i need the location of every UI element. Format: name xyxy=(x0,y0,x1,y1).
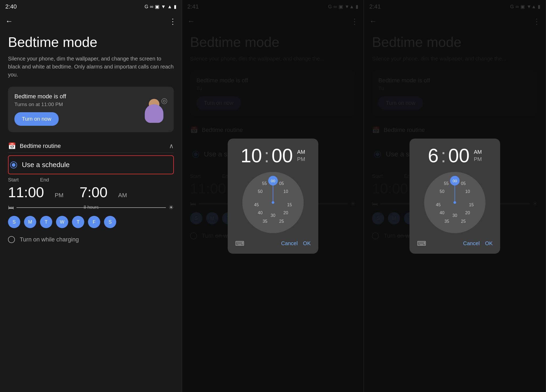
ampm-am-3[interactable]: AM xyxy=(474,149,482,155)
svg-text:55: 55 xyxy=(444,181,449,186)
svg-text:50: 50 xyxy=(440,189,444,194)
menu-button-1[interactable]: ⋮ xyxy=(169,17,176,26)
clock-actions-3: ⌨ Cancel OK xyxy=(417,239,493,248)
google-icon: G xyxy=(144,4,148,10)
ok-button-3[interactable]: OK xyxy=(485,240,493,246)
status-time-1: 2:40 xyxy=(5,3,17,10)
clock-buttons-3: Cancel OK xyxy=(463,240,493,246)
clock-ampm-3: AM PM xyxy=(474,149,482,162)
avatar-figure: ◎ xyxy=(141,96,167,123)
svg-text:45: 45 xyxy=(254,203,259,207)
ampm-pm-3[interactable]: PM xyxy=(474,156,482,162)
day-F[interactable]: F xyxy=(88,216,100,228)
clock-picker-2: 10 : 00 AM PM 00 xyxy=(228,139,318,254)
svg-text:55: 55 xyxy=(262,181,267,186)
cancel-button-3[interactable]: Cancel xyxy=(463,240,480,246)
clock-hour-3: 6 xyxy=(428,146,439,165)
chevron-icon[interactable]: ∧ xyxy=(169,142,174,150)
turn-on-button[interactable]: Turn on now xyxy=(14,112,59,126)
hours-label: 8 hours xyxy=(83,205,99,210)
section-header-left: 📅 Bedtime routine xyxy=(8,142,61,150)
svg-text:05: 05 xyxy=(461,181,466,186)
svg-text:00: 00 xyxy=(453,179,457,183)
bed-icon: 🛏 xyxy=(8,204,14,211)
back-button-1[interactable]: ← xyxy=(5,17,13,26)
schedule-radio[interactable] xyxy=(10,161,17,168)
clock-time-display-2: 10 : 00 AM PM xyxy=(235,146,311,165)
clock-overlay-3[interactable]: 6 : 00 AM PM 00 30 45 15 xyxy=(364,0,546,392)
clock-face-svg-3[interactable]: 00 30 45 15 50 10 55 05 40 20 35 25 xyxy=(423,171,487,235)
day-T1[interactable]: T xyxy=(40,216,52,228)
signal-icon: ∞ xyxy=(150,4,153,10)
clock-face-wrapper-2: 00 30 45 15 50 10 55 05 40 20 35 25 xyxy=(235,171,311,235)
svg-text:40: 40 xyxy=(258,211,263,215)
section-header-1[interactable]: 📅 Bedtime routine ∧ xyxy=(8,138,174,153)
clock-minutes-3: 00 xyxy=(448,146,469,165)
svg-text:00: 00 xyxy=(271,179,275,183)
wifi-icon: ▼ xyxy=(161,4,166,10)
status-card-text: Bedtime mode is off Turns on at 11:00 PM… xyxy=(14,93,138,126)
clock-overlay-2[interactable]: 10 : 00 AM PM 00 xyxy=(182,0,364,392)
svg-text:30: 30 xyxy=(271,213,275,218)
ok-button-2[interactable]: OK xyxy=(303,240,311,246)
clock-face-svg-2[interactable]: 00 30 45 15 50 10 55 05 40 20 35 25 xyxy=(241,171,305,235)
charging-label: Turn on while charging xyxy=(20,236,79,243)
schedule-label: Use a schedule xyxy=(22,161,70,169)
section-label: Bedtime routine xyxy=(20,143,61,149)
svg-text:15: 15 xyxy=(287,203,292,207)
clock-time-display-3: 6 : 00 AM PM xyxy=(417,146,493,165)
cellular-icon: ▲ xyxy=(167,4,172,10)
start-ampm[interactable]: PM xyxy=(55,192,63,199)
svg-text:25: 25 xyxy=(279,219,284,224)
day-W[interactable]: W xyxy=(56,216,68,228)
day-M[interactable]: M xyxy=(24,216,36,228)
hours-track[interactable]: 8 hours xyxy=(17,207,166,208)
end-time[interactable]: 7:00 xyxy=(79,184,107,200)
clock-colon-2: : xyxy=(264,146,269,165)
page-title-1: Bedtime mode xyxy=(8,35,174,50)
status-card-1: Bedtime mode is off Turns on at 11:00 PM… xyxy=(8,87,174,132)
calendar-icon: 📅 xyxy=(8,142,16,150)
svg-point-2 xyxy=(272,201,274,204)
times-row: 11:00 PM 7:00 AM xyxy=(8,184,174,200)
day-T2[interactable]: T xyxy=(72,216,84,228)
cancel-button-2[interactable]: Cancel xyxy=(281,240,298,246)
svg-text:50: 50 xyxy=(258,189,263,194)
start-label: Start xyxy=(8,177,19,183)
status-icons-1: G ∞ ▣ ▼ ▲ ▮ xyxy=(144,4,176,10)
sim-icon: ▣ xyxy=(155,4,159,10)
clock-picker-3: 6 : 00 AM PM 00 30 45 15 xyxy=(410,139,500,254)
svg-text:25: 25 xyxy=(461,219,466,224)
svg-text:10: 10 xyxy=(283,189,288,194)
day-S2[interactable]: S xyxy=(104,216,116,228)
keyboard-icon-2[interactable]: ⌨ xyxy=(235,240,244,247)
svg-point-18 xyxy=(453,201,456,204)
clock-hour-2: 10 xyxy=(240,146,262,165)
ampm-am-2[interactable]: AM xyxy=(297,149,305,155)
schedule-row[interactable]: Use a schedule xyxy=(8,155,174,174)
status-bar-1: 2:40 G ∞ ▣ ▼ ▲ ▮ xyxy=(0,0,182,13)
ampm-pm-2[interactable]: PM xyxy=(297,156,305,162)
keyboard-icon-3[interactable]: ⌨ xyxy=(417,240,426,247)
end-ampm[interactable]: AM xyxy=(118,192,127,199)
mode-status-sub: Turns on at 11:00 PM xyxy=(14,102,138,107)
svg-text:30: 30 xyxy=(452,213,457,218)
battery-icon: ▮ xyxy=(174,4,176,10)
svg-text:10: 10 xyxy=(465,189,470,194)
charging-radio[interactable] xyxy=(8,236,15,243)
svg-text:20: 20 xyxy=(283,211,288,215)
page-subtitle-1: Silence your phone, dim the wallpaper, a… xyxy=(8,55,174,79)
svg-text:35: 35 xyxy=(263,219,267,224)
svg-text:35: 35 xyxy=(444,219,449,224)
clock-actions-2: ⌨ Cancel OK xyxy=(235,239,311,248)
times-header: Start End xyxy=(8,177,174,183)
svg-text:40: 40 xyxy=(440,211,444,215)
end-label: End xyxy=(40,177,49,183)
sun-icon: ☀ xyxy=(168,204,174,211)
clock-colon-3: : xyxy=(441,146,446,165)
toolbar-1: ← ⋮ xyxy=(0,13,182,29)
bottom-option-1[interactable]: Turn on while charging xyxy=(8,233,174,246)
day-S1[interactable]: S xyxy=(8,216,20,228)
mode-status-title: Bedtime mode is off xyxy=(14,93,138,100)
start-time[interactable]: 11:00 xyxy=(8,184,44,200)
